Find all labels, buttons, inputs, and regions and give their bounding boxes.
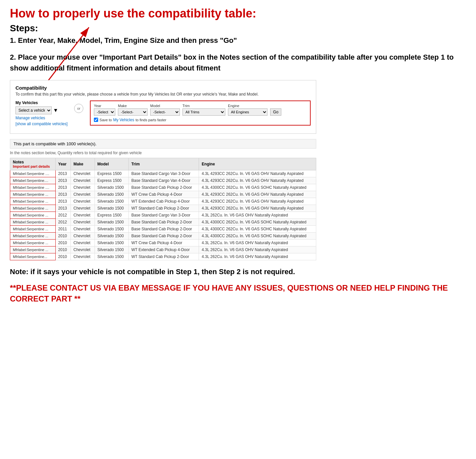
compat-note: In the notes section below, Quantity ref… <box>10 151 316 155</box>
year-cell: 2012 <box>55 218 70 225</box>
engine-select[interactable]: All Engines <box>228 108 267 116</box>
th-model: Model <box>95 158 128 170</box>
trim-cell: WT Standard Cab Pickup 2-Door <box>128 205 199 212</box>
th-important: Important part details <box>13 164 53 168</box>
engine-cell: 4.3L 4300CC 262Cu. In. V6 GAS SOHC Natur… <box>199 184 316 191</box>
my-vehicles-section: My Vehicles Select a vehicle ▼ Manage ve… <box>15 100 68 126</box>
table-row: Mfrlabel:Serpentine ...2011ChevroletSilv… <box>10 225 316 232</box>
trim-field-group: Trim All Trims <box>182 104 225 116</box>
engine-cell: 4.3L 4293CC 262Cu. In. V6 GAS OHV Natura… <box>199 205 316 212</box>
model-cell: Silverado 1500 <box>95 239 128 246</box>
year-cell: 2010 <box>55 253 70 260</box>
table-row: Mfrlabel:Serpentine ...2012ChevroletExpr… <box>10 212 316 218</box>
engine-cell: 4.3L 4293CC 262Cu. In. V6 GAS OHV Natura… <box>199 177 316 184</box>
make-cell: Chevrolet <box>70 184 95 191</box>
compat-top-row: My Vehicles Select a vehicle ▼ Manage ve… <box>15 100 311 126</box>
make-cell: Chevrolet <box>70 170 95 177</box>
table-row: Mfrlabel:Serpentine ...2013ChevroletSilv… <box>10 198 316 205</box>
trim-cell: WT Standard Cab Pickup 2-Door <box>128 253 199 260</box>
make-cell: Chevrolet <box>70 246 95 253</box>
compatibility-section: Compatibility To confirm that this part … <box>10 80 466 260</box>
compat-title: Compatibility <box>15 85 311 91</box>
save-suffix: to finds parts faster <box>135 118 166 122</box>
dropdown-arrow-icon: ▼ <box>53 107 58 113</box>
table-row: Mfrlabel:Serpentine ...2010ChevroletSilv… <box>10 246 316 253</box>
compat-subtitle: To confirm that this part fits your vehi… <box>15 92 311 97</box>
model-cell: Silverado 1500 <box>95 205 128 212</box>
model-select[interactable]: -Select- <box>150 108 180 116</box>
note-text: Note: if it says your vehicle is not com… <box>10 267 466 277</box>
manage-vehicles-link[interactable]: Manage vehicles <box>15 116 68 120</box>
notes-cell: Mfrlabel:Serpentine ... <box>10 246 56 253</box>
model-cell: Silverado 1500 <box>95 232 128 239</box>
table-row: Mfrlabel:Serpentine ...2010ChevroletSilv… <box>10 239 316 246</box>
table-row: Mfrlabel:Serpentine ...2012ChevroletSilv… <box>10 218 316 225</box>
go-button[interactable]: Go <box>270 108 281 116</box>
engine-cell: 4.3L 4293CC 262Cu. In. V6 GAS OHV Natura… <box>199 198 316 205</box>
year-cell: 2013 <box>55 198 70 205</box>
model-cell: Silverado 1500 <box>95 184 128 191</box>
notes-cell: Mfrlabel:Serpentine.... <box>10 177 56 184</box>
th-make: Make <box>70 158 95 170</box>
year-cell: 2012 <box>55 212 70 218</box>
notes-cell: Mfrlabel:Serpentine .... <box>10 184 56 191</box>
trim-cell: Base Standard Cargo Van 4-Door <box>128 177 199 184</box>
model-cell: Silverado 1500 <box>95 191 128 198</box>
engine-cell: 4.3L 262Cu. In. V6 GAS OHV Naturally Asp… <box>199 246 316 253</box>
trim-cell: Base Standard Cargo Van 3-Door <box>128 212 199 218</box>
make-select[interactable]: -Select- <box>118 108 148 116</box>
th-trim: Trim <box>128 158 199 170</box>
table-row: Mfrlabel:Serpentine....2013ChevroletExpr… <box>10 177 316 184</box>
steps-label: Steps: <box>10 23 466 34</box>
th-year: Year <box>55 158 70 170</box>
table-row: Mfrlabel:Serpentine ...2010ChevroletSilv… <box>10 232 316 239</box>
engine-label: Engine <box>228 104 267 108</box>
th-notes: Notes Important part details <box>10 158 56 170</box>
year-cell: 2010 <box>55 232 70 239</box>
year-select[interactable]: -Select- <box>94 108 115 116</box>
my-vehicles-label: My Vehicles <box>15 100 68 105</box>
table-row: Mfrlabel:Serpentine ....2013ChevroletSil… <box>10 184 316 191</box>
my-vehicles-save-link[interactable]: My Vehicles <box>113 118 134 122</box>
model-cell: Silverado 1500 <box>95 225 128 232</box>
engine-cell: 4.3L 4293CC 262Cu. In. V6 GAS OHV Natura… <box>199 191 316 198</box>
save-checkbox[interactable] <box>94 118 98 122</box>
table-header-row: Notes Important part details Year Make M… <box>10 158 316 170</box>
step2-text: 2. Place your mouse over "Important Part… <box>10 52 466 73</box>
make-cell: Chevrolet <box>70 205 95 212</box>
table-row: Mfrlabel:Serpentine...2010ChevroletSilve… <box>10 253 316 260</box>
trim-select[interactable]: All Trims <box>182 108 225 116</box>
trim-cell: WT Crew Cab Pickup 4-Door <box>128 239 199 246</box>
notes-cell: Mfrlabel:Serpentine ... <box>10 232 56 239</box>
model-label: Model <box>150 104 180 108</box>
trim-cell: WT Extended Cab Pickup 4-Door <box>128 198 199 205</box>
model-cell: Silverado 1500 <box>95 253 128 260</box>
year-label: Year <box>94 104 115 108</box>
engine-cell: 4.3L 4293CC 262Cu. In. V6 GAS OHV Natura… <box>199 170 316 177</box>
make-cell: Chevrolet <box>70 191 95 198</box>
make-label: Make <box>118 104 148 108</box>
th-engine: Engine <box>199 158 316 170</box>
make-cell: Chevrolet <box>70 218 95 225</box>
year-cell: 2013 <box>55 191 70 198</box>
vehicle-select-dropdown[interactable]: Select a vehicle <box>15 106 52 114</box>
trim-cell: Base Standard Cab Pickup 2-Door <box>128 218 199 225</box>
show-all-link[interactable]: [show all compatible vehicles] <box>15 122 68 126</box>
make-cell: Chevrolet <box>70 253 95 260</box>
notes-cell: Mfrlabel:Serpentine ... <box>10 205 56 212</box>
compatibility-table: Notes Important part details Year Make M… <box>10 158 316 260</box>
save-row: Save to My Vehicles to finds parts faste… <box>94 118 307 122</box>
model-cell: Silverado 1500 <box>95 198 128 205</box>
model-field-group: Model -Select- <box>150 104 180 116</box>
notes-cell: Mfrlabel:Serpentine .... <box>10 170 56 177</box>
engine-cell: 4.3L 4300CC 262Cu. In. V6 GAS SOHC Natur… <box>199 232 316 239</box>
engine-field-group: Engine All Engines <box>228 104 267 116</box>
make-cell: Chevrolet <box>70 225 95 232</box>
trim-cell: Base Standard Cab Pickup 2-Door <box>128 232 199 239</box>
trim-cell: WT Crew Cab Pickup 4-Door <box>128 191 199 198</box>
notes-cell: Mfrlabel:Serpentine ... <box>10 191 56 198</box>
contact-text: **PLEASE CONTACT US VIA EBAY MESSAGE IF … <box>10 282 466 304</box>
year-cell: 2011 <box>55 225 70 232</box>
model-cell: Express 1500 <box>95 170 128 177</box>
notes-cell: Mfrlabel:Serpentine ... <box>10 212 56 218</box>
